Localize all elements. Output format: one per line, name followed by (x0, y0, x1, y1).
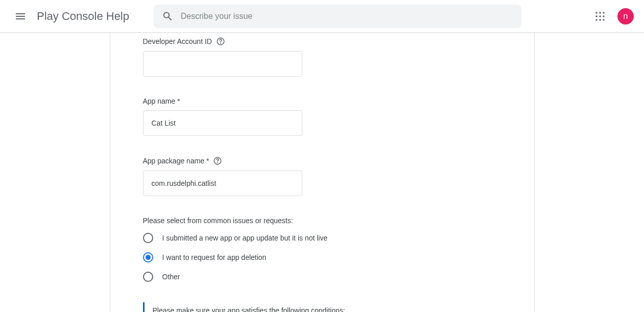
issue-select-prompt: Please select from common issues or requ… (143, 217, 502, 225)
conditions-info-box: Please make sure your app satisfies the … (143, 302, 502, 312)
conditions-info-text: Please make sure your app satisfies the … (153, 306, 502, 312)
radio-label: I want to request for app deletion (162, 253, 267, 261)
radio-label: Other (162, 273, 180, 281)
app-package-name-input[interactable] (143, 171, 302, 196)
search-icon (162, 10, 174, 22)
app-package-name-group: App package name * (143, 156, 502, 196)
svg-point-1 (599, 12, 601, 14)
svg-point-2 (603, 12, 605, 14)
page-header: Play Console Help n (0, 0, 644, 33)
app-name-group: App name * (143, 97, 502, 136)
radio-label: I submitted a new app or app update but … (162, 234, 328, 242)
svg-point-5 (603, 15, 605, 17)
svg-point-3 (595, 15, 598, 17)
help-icon (216, 37, 225, 46)
search-input[interactable] (181, 12, 513, 21)
product-title: Play Console Help (37, 10, 129, 23)
app-package-name-label: App package name * (143, 157, 209, 165)
apps-grid-icon (595, 12, 605, 21)
hamburger-icon (14, 10, 27, 22)
issue-radio-option-0[interactable]: I submitted a new app or app update but … (143, 233, 502, 243)
account-avatar[interactable]: n (617, 8, 634, 25)
app-package-name-help[interactable] (213, 156, 222, 165)
developer-account-id-help[interactable] (216, 37, 225, 46)
svg-point-12 (218, 162, 219, 163)
radio-icon (143, 252, 153, 262)
app-name-label: App name * (143, 97, 180, 105)
radio-icon (143, 233, 153, 243)
issue-radio-option-1[interactable]: I want to request for app deletion (143, 252, 502, 262)
app-name-input[interactable] (143, 110, 302, 136)
developer-account-id-label: Developer Account ID (143, 37, 212, 45)
svg-point-10 (220, 43, 221, 44)
search-container[interactable] (154, 5, 521, 28)
help-icon (213, 156, 222, 165)
form-card: Developer Account ID App name * App pack… (110, 33, 535, 312)
google-apps-button[interactable] (590, 6, 610, 27)
radio-icon (143, 272, 153, 282)
issue-select-group: Please select from common issues or requ… (143, 217, 502, 282)
issue-radio-option-2[interactable]: Other (143, 272, 502, 282)
svg-point-0 (595, 12, 598, 14)
main-menu-button[interactable] (8, 4, 33, 29)
developer-account-id-group: Developer Account ID (143, 33, 502, 77)
svg-point-6 (595, 19, 598, 21)
svg-point-8 (603, 19, 605, 21)
svg-point-4 (599, 15, 601, 17)
svg-point-7 (599, 19, 601, 21)
developer-account-id-input[interactable] (143, 51, 302, 77)
